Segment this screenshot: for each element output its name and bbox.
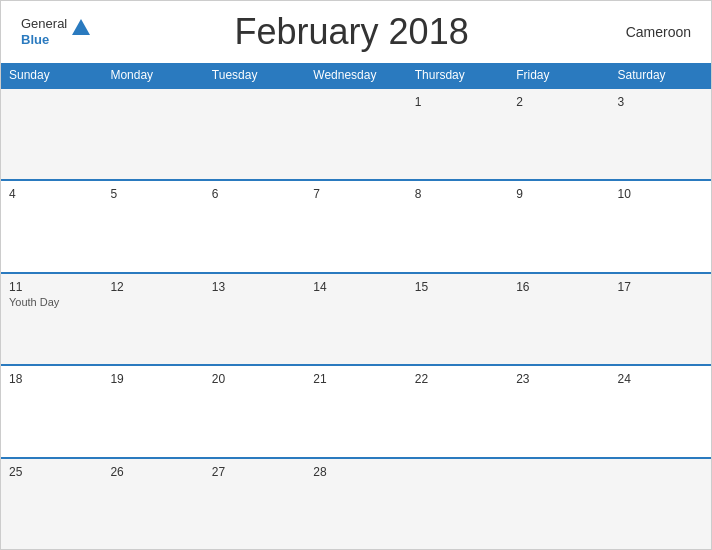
week-row: 25262728 bbox=[1, 457, 711, 549]
day-number: 4 bbox=[9, 187, 94, 201]
day-number: 24 bbox=[618, 372, 703, 386]
calendar-header: General Blue February 2018 Cameroon bbox=[1, 1, 711, 63]
day-number: 3 bbox=[618, 95, 703, 109]
day-cell: 12 bbox=[102, 274, 203, 364]
day-headers: SundayMondayTuesdayWednesdayThursdayFrid… bbox=[1, 63, 711, 87]
day-header-thursday: Thursday bbox=[407, 63, 508, 87]
logo-text: General Blue bbox=[21, 16, 67, 47]
day-header-monday: Monday bbox=[102, 63, 203, 87]
day-cell: 14 bbox=[305, 274, 406, 364]
day-cell: 24 bbox=[610, 366, 711, 456]
logo: General Blue bbox=[21, 16, 92, 47]
day-number: 11 bbox=[9, 280, 94, 294]
day-number: 20 bbox=[212, 372, 297, 386]
weeks: 1234567891011Youth Day121314151617181920… bbox=[1, 87, 711, 549]
day-cell bbox=[1, 89, 102, 179]
day-cell: 20 bbox=[204, 366, 305, 456]
week-row: 11Youth Day121314151617 bbox=[1, 272, 711, 364]
day-cell: 6 bbox=[204, 181, 305, 271]
day-number: 7 bbox=[313, 187, 398, 201]
day-cell: 23 bbox=[508, 366, 609, 456]
logo-icon bbox=[70, 17, 92, 39]
calendar-grid: SundayMondayTuesdayWednesdayThursdayFrid… bbox=[1, 63, 711, 549]
week-row: 18192021222324 bbox=[1, 364, 711, 456]
day-cell: 16 bbox=[508, 274, 609, 364]
day-cell: 28 bbox=[305, 459, 406, 549]
day-cell: 2 bbox=[508, 89, 609, 179]
day-number: 6 bbox=[212, 187, 297, 201]
day-number: 25 bbox=[9, 465, 94, 479]
day-cell: 25 bbox=[1, 459, 102, 549]
day-cell: 26 bbox=[102, 459, 203, 549]
svg-marker-0 bbox=[72, 19, 90, 35]
day-number: 27 bbox=[212, 465, 297, 479]
day-cell: 21 bbox=[305, 366, 406, 456]
day-event: Youth Day bbox=[9, 296, 94, 308]
day-number: 19 bbox=[110, 372, 195, 386]
day-cell bbox=[204, 89, 305, 179]
day-cell: 9 bbox=[508, 181, 609, 271]
day-cell: 10 bbox=[610, 181, 711, 271]
day-number: 5 bbox=[110, 187, 195, 201]
day-number: 17 bbox=[618, 280, 703, 294]
day-number: 15 bbox=[415, 280, 500, 294]
day-header-wednesday: Wednesday bbox=[305, 63, 406, 87]
day-cell: 5 bbox=[102, 181, 203, 271]
day-cell: 15 bbox=[407, 274, 508, 364]
calendar-container: General Blue February 2018 Cameroon Sund… bbox=[0, 0, 712, 550]
day-header-friday: Friday bbox=[508, 63, 609, 87]
day-number: 10 bbox=[618, 187, 703, 201]
day-cell: 18 bbox=[1, 366, 102, 456]
day-cell bbox=[102, 89, 203, 179]
day-number: 8 bbox=[415, 187, 500, 201]
day-number: 26 bbox=[110, 465, 195, 479]
day-cell: 8 bbox=[407, 181, 508, 271]
day-number: 2 bbox=[516, 95, 601, 109]
week-row: 123 bbox=[1, 87, 711, 179]
day-cell bbox=[305, 89, 406, 179]
day-number: 1 bbox=[415, 95, 500, 109]
day-cell: 11Youth Day bbox=[1, 274, 102, 364]
month-title: February 2018 bbox=[92, 11, 611, 53]
day-header-sunday: Sunday bbox=[1, 63, 102, 87]
day-number: 13 bbox=[212, 280, 297, 294]
day-number: 9 bbox=[516, 187, 601, 201]
day-cell: 22 bbox=[407, 366, 508, 456]
day-cell: 13 bbox=[204, 274, 305, 364]
day-header-saturday: Saturday bbox=[610, 63, 711, 87]
day-cell bbox=[508, 459, 609, 549]
day-header-tuesday: Tuesday bbox=[204, 63, 305, 87]
day-number: 22 bbox=[415, 372, 500, 386]
day-cell: 3 bbox=[610, 89, 711, 179]
country-label: Cameroon bbox=[611, 24, 691, 40]
day-cell bbox=[610, 459, 711, 549]
day-cell bbox=[407, 459, 508, 549]
day-cell: 17 bbox=[610, 274, 711, 364]
week-row: 45678910 bbox=[1, 179, 711, 271]
day-number: 23 bbox=[516, 372, 601, 386]
day-cell: 7 bbox=[305, 181, 406, 271]
day-number: 28 bbox=[313, 465, 398, 479]
day-number: 18 bbox=[9, 372, 94, 386]
day-number: 12 bbox=[110, 280, 195, 294]
day-number: 16 bbox=[516, 280, 601, 294]
day-cell: 1 bbox=[407, 89, 508, 179]
day-number: 21 bbox=[313, 372, 398, 386]
day-number: 14 bbox=[313, 280, 398, 294]
day-cell: 19 bbox=[102, 366, 203, 456]
day-cell: 4 bbox=[1, 181, 102, 271]
day-cell: 27 bbox=[204, 459, 305, 549]
